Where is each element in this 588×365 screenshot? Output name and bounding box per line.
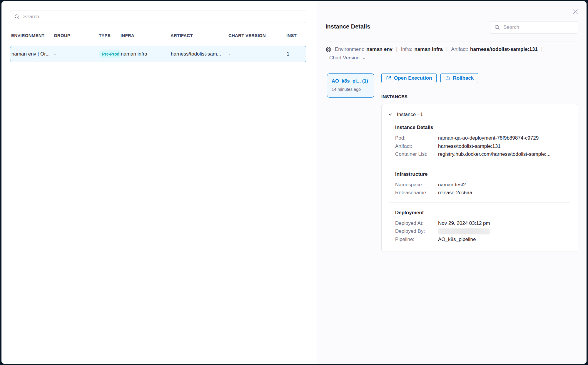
deployments-modal: ENVIRONMENT GROUP TYPE INFRA ARTIFACT CH… — [1, 1, 587, 364]
section-divider — [389, 164, 570, 164]
chart-version-label: Chart Version: — [329, 54, 361, 62]
environments-table-panel: ENVIRONMENT GROUP TYPE INFRA ARTIFACT CH… — [1, 1, 317, 364]
cell-environment: naman env | Or... — [11, 51, 54, 57]
detail-section: Instance DetailsPod:naman-qa-ao-deployme… — [388, 125, 570, 158]
execution-card[interactable]: AO_k8s_pi... (1) 14 minutes ago — [327, 73, 374, 98]
detail-value: release-2cc6aa — [438, 189, 472, 197]
column-header-group: GROUP — [54, 33, 99, 38]
cell-type: Pre-Prod — [99, 50, 121, 58]
close-icon — [572, 8, 579, 15]
instance-title: Instance - 1 — [397, 112, 423, 118]
cell-inst: 1 — [287, 51, 306, 57]
infra-value: naman infra — [414, 45, 442, 53]
environment-hexagon-icon — [325, 46, 332, 53]
rollback-label: Rollback — [453, 75, 474, 81]
detail-section: InfrastructureNamespace:naman-test2Relea… — [388, 171, 570, 197]
section-heading: Deployment — [395, 210, 570, 216]
column-header-inst: INST — [286, 33, 306, 38]
open-execution-label: Open Execution — [394, 75, 432, 81]
detail-value: harness/todolist-sample:131 — [438, 142, 501, 150]
table-search-input[interactable] — [23, 14, 302, 20]
table-header: ENVIRONMENT GROUP TYPE INFRA ARTIFACT CH… — [10, 33, 306, 38]
table-search — [10, 11, 306, 23]
close-button[interactable] — [571, 8, 579, 16]
external-link-icon — [386, 76, 391, 81]
rollback-icon — [445, 76, 450, 81]
detail-label: Container List: — [395, 150, 438, 158]
artifact-label: Artifact: — [451, 45, 468, 53]
column-header-artifact: ARTIFACT — [171, 33, 228, 38]
detail-value: Nov 29, 2024 03:12 pm — [438, 219, 490, 227]
instance-sections: Instance DetailsPod:naman-qa-ao-deployme… — [388, 125, 570, 243]
execution-card-title: AO_k8s_pi... (1) — [332, 78, 374, 84]
chart-version-value: - — [363, 54, 365, 62]
environment-label: Environment: — [335, 45, 364, 53]
section-heading: Infrastructure — [395, 171, 570, 177]
column-header-infra: INFRA — [121, 33, 171, 38]
table-row-selected[interactable]: naman env | Or... - Pre-Prod naman infra… — [10, 46, 306, 62]
detail-label: Pipeline: — [395, 235, 438, 244]
chevron-down-icon — [388, 112, 392, 117]
open-execution-button[interactable]: Open Execution — [381, 73, 437, 83]
detail-row: Container List:registry.hub.docker.com/h… — [395, 150, 570, 158]
detail-label: Deployed At: — [395, 219, 438, 227]
detail-section: DeploymentDeployed At:Nov 29, 2024 03:12… — [388, 210, 570, 244]
detail-row: Pipeline:AO_k8s_pipeline — [395, 235, 570, 244]
instance-expand-header[interactable]: Instance - 1 — [388, 112, 570, 118]
detail-row: Pod:naman-qa-ao-deployment-78f9b89874-c9… — [395, 134, 570, 142]
redacted-value — [438, 228, 490, 234]
table-header-divider — [10, 43, 306, 43]
instances-heading: INSTANCES — [381, 94, 407, 99]
detail-row: Namespace:naman-test2 — [395, 181, 570, 189]
detail-label: Artifact: — [395, 142, 438, 150]
detail-label: Releasename: — [395, 189, 438, 197]
instance-card: Instance - 1 Instance DetailsPod:naman-q… — [381, 104, 578, 252]
panel-header-divider — [325, 41, 579, 41]
cell-group: - — [54, 51, 99, 57]
artifact-value: harness/todolist-sample:131 — [470, 45, 538, 53]
infra-label: Infra: — [401, 45, 412, 53]
search-icon — [14, 14, 20, 20]
separator: | — [446, 45, 448, 53]
column-header-environment: ENVIRONMENT — [11, 33, 54, 38]
deployment-summary: Environment: naman env | Infra: naman in… — [325, 45, 579, 62]
section-divider — [389, 202, 570, 203]
instance-details-panel: Instance Details Environment: naman env … — [317, 1, 587, 364]
search-icon — [494, 24, 500, 30]
cell-artifact: harness/todolist-sam... — [171, 51, 229, 57]
panel-title: Instance Details — [325, 23, 370, 30]
detail-label: Deployed By: — [395, 227, 438, 235]
pre-prod-badge: Pre-Prod — [99, 50, 121, 58]
cell-chart-version: - — [229, 51, 287, 57]
cell-infra: naman infra — [121, 51, 171, 57]
detail-label: Pod: — [395, 134, 438, 142]
detail-row: Deployed By: — [395, 227, 570, 235]
detail-row: Artifact:harness/todolist-sample:131 — [395, 142, 570, 150]
separator: | — [396, 45, 397, 53]
separator: | — [541, 45, 543, 53]
execution-card-time: 14 minutes ago — [332, 87, 374, 92]
action-buttons: Open Execution Rollback — [381, 73, 478, 83]
section-heading: Instance Details — [395, 125, 570, 130]
detail-row: Deployed At:Nov 29, 2024 03:12 pm — [395, 219, 570, 227]
detail-value: naman-qa-ao-deployment-78f9b89874-c9729 — [438, 134, 539, 142]
actions-divider — [381, 89, 578, 89]
rollback-button[interactable]: Rollback — [440, 73, 478, 83]
panel-search-input[interactable] — [503, 24, 574, 30]
detail-row: Releasename:release-2cc6aa — [395, 189, 570, 197]
environment-value: naman env — [366, 45, 392, 53]
detail-value: AO_k8s_pipeline — [438, 235, 476, 244]
detail-value: registry.hub.docker.com/harness/todolist… — [438, 150, 550, 158]
detail-value: naman-test2 — [438, 181, 466, 189]
panel-search — [490, 21, 578, 34]
column-header-chart-version: CHART VERSION — [228, 33, 286, 38]
column-header-type: TYPE — [99, 33, 121, 38]
detail-label: Namespace: — [395, 181, 438, 189]
